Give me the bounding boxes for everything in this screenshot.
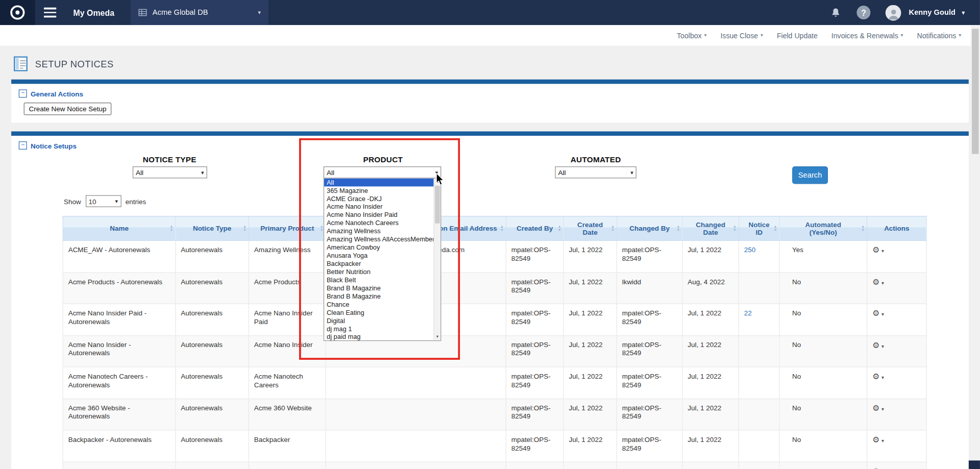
toolbar-link-toolbox[interactable]: Toolbox▾	[677, 32, 706, 39]
gear-icon[interactable]: ⚙	[872, 277, 879, 286]
automated-select[interactable]: All ▾	[555, 166, 636, 178]
column-header[interactable]: Created By▲▼	[506, 216, 564, 241]
sort-icon[interactable]: ▲▼	[773, 225, 777, 232]
table-row: Acme Nano Insider Paid - AutorenewalsAut…	[63, 304, 926, 335]
cell-name: Acme Nano Insider Paid - Autorenewals	[63, 304, 176, 335]
product-option[interactable]: Anusara Yoga	[324, 252, 436, 260]
product-option[interactable]: Backpacker	[324, 260, 436, 268]
chevron-down-icon[interactable]: ▾	[881, 312, 884, 317]
product-option[interactable]: ACME Grace -DKJ	[324, 194, 436, 203]
create-notice-setup-button[interactable]: Create New Notice Setup	[24, 103, 112, 115]
collapse-icon[interactable]: −	[19, 89, 27, 97]
cell-name: Acme Nanotech Careers - Autorenewals	[63, 367, 176, 399]
help-icon[interactable]: ?	[857, 6, 871, 19]
sort-icon[interactable]: ▲▼	[861, 225, 865, 232]
sort-icon[interactable]: ▲▼	[733, 225, 737, 232]
column-header[interactable]: Created Date▲▼	[564, 216, 617, 241]
user-avatar[interactable]	[886, 5, 901, 20]
chevron-down-icon[interactable]: ▾	[881, 406, 884, 412]
chevron-down-icon[interactable]: ▾	[881, 280, 884, 286]
gear-icon[interactable]: ⚙	[872, 466, 879, 469]
gear-icon[interactable]: ⚙	[872, 340, 879, 349]
cell-created_date: Jul, 1 2022	[564, 272, 617, 304]
person-icon	[887, 7, 900, 20]
notice-id-link[interactable]: 22	[744, 309, 752, 317]
product-option[interactable]: Brand B Magazine	[324, 292, 436, 301]
product-option[interactable]: Chance	[324, 300, 436, 308]
column-header[interactable]: Changed By▲▼	[617, 216, 682, 241]
sort-icon[interactable]: ▲▼	[243, 225, 247, 232]
toolbar-link-invoices-renewals[interactable]: Invoices & Renewals▾	[831, 32, 903, 39]
dropdown-scrollbar[interactable]: ▲ ▼	[434, 178, 440, 340]
column-header[interactable]: Automated (Yes/No)▲▼	[779, 216, 867, 241]
menu-icon[interactable]	[44, 8, 57, 17]
gear-icon[interactable]: ⚙	[872, 245, 879, 255]
column-header[interactable]: Primary Product▲▼	[249, 216, 326, 241]
chevron-down-icon[interactable]: ▾	[881, 438, 884, 443]
toolbar-link-notifications[interactable]: Notifications▾	[917, 32, 962, 39]
cell-changed_by: mpatel:OPS-82549	[617, 367, 682, 399]
notice-type-select[interactable]: All ▾	[133, 166, 207, 178]
general-actions-toggle[interactable]: − General Actions	[19, 89, 83, 97]
product-select[interactable]: All ▾	[324, 166, 441, 178]
cell-primary_product: Acme Nano Insider Paid	[249, 304, 326, 335]
gear-icon[interactable]: ⚙	[872, 372, 879, 381]
page-scrollbar-thumb[interactable]	[972, 29, 978, 154]
cell-notice_id	[739, 462, 779, 469]
toolbar-link-issue-close[interactable]: Issue Close▾	[720, 32, 763, 39]
chevron-down-icon[interactable]: ▾	[962, 9, 965, 16]
cell-changed_date: Jul, 1 2022	[682, 462, 739, 469]
chevron-down-icon[interactable]: ▾	[881, 249, 884, 254]
product-option[interactable]: Acme Nano Insider Paid	[324, 211, 436, 219]
column-header[interactable]: Changed Date▲▼	[682, 216, 739, 241]
sort-icon[interactable]: ▲▼	[611, 225, 615, 232]
cell-notice_id	[739, 272, 779, 304]
notice-setups-toggle[interactable]: − Notice Setups	[19, 141, 77, 150]
chevron-down-icon: ▾	[901, 33, 903, 38]
database-selector[interactable]: Acme Global DB ▾	[131, 0, 268, 25]
toolbar-link-field-update[interactable]: Field Update	[777, 32, 818, 39]
product-option[interactable]: Acme Nanotech Careers	[324, 219, 436, 227]
row-actions: ⚙▾	[867, 272, 926, 304]
page-size-select[interactable]: 10 ▾	[85, 195, 121, 207]
scroll-up-icon[interactable]: ▲	[434, 178, 440, 185]
product-option[interactable]: dj mag 1	[324, 325, 436, 333]
sort-icon[interactable]: ▲▼	[169, 225, 173, 232]
chevron-down-icon[interactable]: ▾	[881, 375, 884, 380]
gear-icon[interactable]: ⚙	[872, 308, 879, 317]
notice-id-link[interactable]: 250	[744, 246, 756, 254]
brand-title[interactable]: My Omeda	[73, 8, 114, 17]
column-header[interactable]: Name▲▼	[63, 216, 176, 241]
product-option[interactable]: Digital	[324, 316, 436, 325]
cell-changed_date: Jul, 1 2022	[682, 399, 739, 430]
product-option[interactable]: 365 Magazine	[324, 186, 436, 194]
cell-changed_date: Jul, 1 2022	[682, 367, 739, 399]
product-option[interactable]: Amazing Wellness	[324, 227, 436, 235]
product-option[interactable]: dj paid mag	[324, 333, 436, 341]
product-option[interactable]: Acme Nano Insider	[324, 203, 436, 211]
product-option[interactable]: American Cowboy	[324, 243, 436, 252]
gear-icon[interactable]: ⚙	[872, 435, 879, 444]
collapse-icon[interactable]: −	[19, 141, 27, 150]
sort-icon[interactable]: ▲▼	[320, 225, 324, 232]
scroll-down-icon[interactable]: ▼	[434, 333, 440, 340]
notifications-bell-icon[interactable]	[830, 7, 842, 18]
column-header[interactable]: Notice Type▲▼	[176, 216, 249, 241]
product-option[interactable]: Brand B Magazine	[324, 284, 436, 292]
sort-icon[interactable]: ▲▼	[500, 225, 504, 232]
sort-icon[interactable]: ▲▼	[557, 225, 561, 232]
chevron-down-icon[interactable]: ▾	[881, 343, 884, 349]
product-option[interactable]: Clean Eating	[324, 308, 436, 316]
column-header[interactable]: Notice ID▲▼	[739, 216, 779, 241]
omeda-logo[interactable]	[0, 0, 35, 25]
scrollbar-thumb[interactable]	[435, 186, 440, 224]
product-option[interactable]: Black Belt	[324, 276, 436, 284]
page-scrollbar[interactable]	[971, 25, 980, 469]
product-option[interactable]: Amazing Wellness AllAccessMembership	[324, 235, 436, 243]
user-name[interactable]: Kenny Gould	[909, 8, 956, 17]
gear-icon[interactable]: ⚙	[872, 403, 879, 412]
product-option[interactable]: All	[324, 178, 436, 186]
search-button[interactable]: Search	[792, 166, 828, 184]
sort-icon[interactable]: ▲▼	[676, 225, 680, 232]
product-option[interactable]: Better Nutrition	[324, 268, 436, 276]
